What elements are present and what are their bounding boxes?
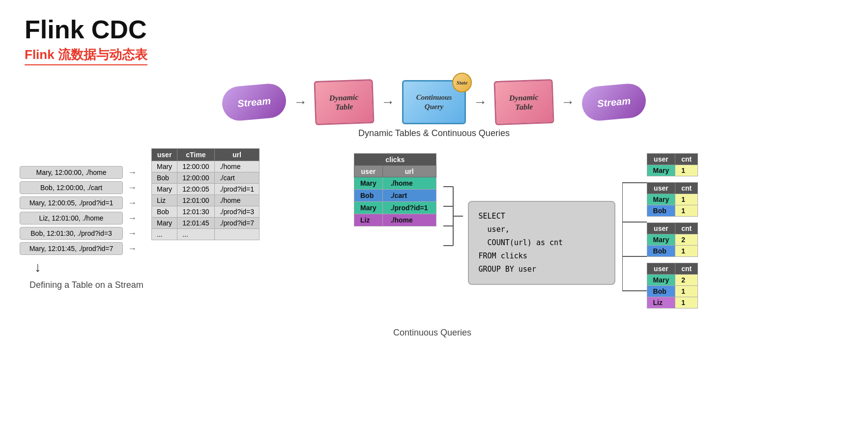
clicks-cell-url-1: ./home <box>382 177 436 190</box>
result4-cell-user-2: Bob <box>647 286 675 297</box>
table-row: Mary 12:00:00 ./home <box>152 161 260 172</box>
event-arrow-6: → <box>128 244 137 254</box>
event-box-2: Bob, 12:00:00, ./cart <box>20 181 123 194</box>
cell-url: ./prod?id=3 <box>214 206 259 218</box>
result3-header-cnt: cnt <box>675 223 698 234</box>
events-and-table: Mary, 12:00:00, ./home → Bob, 12:00:00, … <box>20 148 354 275</box>
clicks-table: clicks user url Mary ./home Bob ./cart <box>354 153 436 226</box>
subtitle: Flink 流数据与动态表 <box>25 46 147 65</box>
result4-header-user: user <box>647 263 675 275</box>
sql-line-1: SELECT <box>479 210 605 223</box>
event-arrow-3: → <box>128 198 137 208</box>
result3-cell-cnt-2: 1 <box>675 246 698 257</box>
result3-header-user: user <box>647 223 675 234</box>
result4-cell-cnt-1: 2 <box>675 275 698 286</box>
table-row: Bob 12:00:00 ./cart <box>152 172 260 184</box>
table-row: Liz 12:01:00 ./home <box>152 195 260 206</box>
stream-table-header-user: user <box>152 149 177 161</box>
event-row-3: Mary, 12:00:05, ./prod?id=1 → <box>20 196 137 209</box>
dynamic-table-shape-2: DynamicTable <box>493 79 554 125</box>
arrow-3: → <box>473 94 487 110</box>
stream-table-header-url: url <box>214 149 259 161</box>
down-arrow-indicator: ↓ <box>34 259 137 275</box>
stream-table-header-ctime: cTime <box>177 149 215 161</box>
event-row-4: Liz, 12:01:00, ./home → <box>20 212 137 224</box>
sql-line-4: FROM clicks <box>479 250 605 263</box>
clicks-title-cell: clicks <box>354 154 436 166</box>
stream-shape-1: Stream <box>221 82 288 122</box>
cell-ctime: 12:01:45 <box>177 218 215 229</box>
clicks-data-row-4: Liz ./home <box>354 214 436 226</box>
clicks-cell-user-2: Bob <box>354 190 383 202</box>
result2-row-2: Bob 1 <box>647 205 698 217</box>
result2-row-1: Mary 1 <box>647 194 698 205</box>
state-badge: State <box>452 73 472 92</box>
result2-header-user: user <box>647 183 675 194</box>
top-diagram-section: Stream → DynamicTable → State Continuous… <box>0 70 868 139</box>
event-box-4: Liz, 12:01:00, ./home <box>20 212 123 224</box>
cell-user: Mary <box>152 184 177 195</box>
event-row-2: Bob, 12:00:00, ./cart → <box>20 181 137 194</box>
clicks-data-row-1: Mary ./home <box>354 177 436 190</box>
table-row: ... ... <box>152 229 260 240</box>
cell-url <box>214 229 259 240</box>
clicks-cell-user-4: Liz <box>354 214 383 226</box>
results-section: user cnt Mary 1 user cnt <box>647 153 698 308</box>
cell-user: Bob <box>152 206 177 218</box>
clicks-data-row-3: Mary ./prod?id=1 <box>354 202 436 214</box>
clicks-col-url: url <box>382 166 436 177</box>
cell-user: Bob <box>152 172 177 184</box>
clicks-header-row: clicks <box>354 154 436 166</box>
middle-section: clicks user url Mary ./home Bob ./cart <box>354 153 647 320</box>
dynamic-table-label-2: DynamicTable <box>509 92 539 112</box>
cell-url: ./home <box>214 161 259 172</box>
result-block-2: user cnt Mary 1 Bob 1 <box>647 182 698 217</box>
result2-cell-user-2: Bob <box>647 205 675 217</box>
cell-ctime: 12:00:00 <box>177 161 215 172</box>
event-arrow-1: → <box>128 168 137 178</box>
cell-user: Mary <box>152 218 177 229</box>
left-caption-spacer <box>20 328 354 338</box>
stream-label-1: Stream <box>237 95 271 110</box>
cell-url: ./cart <box>214 172 259 184</box>
sql-line-3: COUNT(url) as cnt <box>479 236 605 250</box>
cell-user: ... <box>152 229 177 240</box>
bottom-section: Mary, 12:00:00, ./home → Bob, 12:00:00, … <box>0 139 868 325</box>
event-row-1: Mary, 12:00:00, ./home → <box>20 166 137 179</box>
continuous-query-label: ContinuousQuery <box>416 93 452 112</box>
result1-header-cnt: cnt <box>675 154 698 165</box>
cell-ctime: 12:01:30 <box>177 206 215 218</box>
cell-url: ./prod?id=7 <box>214 218 259 229</box>
result1-cell-cnt-1: 1 <box>675 165 698 176</box>
dynamic-table-label-1: DynamicTable <box>329 92 359 112</box>
arrow-4: → <box>561 94 575 110</box>
result-table-4: user cnt Mary 2 Bob 1 Liz 1 <box>647 263 698 308</box>
result4-cell-user-1: Mary <box>647 275 675 286</box>
clicks-cell-url-2: ./cart <box>382 190 436 202</box>
title-area: Flink CDC Flink 流数据与动态表 <box>0 0 868 70</box>
main-title: Flink CDC <box>25 15 843 44</box>
result3-cell-user-2: Bob <box>647 246 675 257</box>
bracket-svg-right <box>622 153 647 320</box>
stream-table-caption: Defining a Table on a Stream <box>29 280 354 290</box>
cell-user: Mary <box>152 161 177 172</box>
result3-cell-user-1: Mary <box>647 234 675 246</box>
event-arrow-5: → <box>128 228 137 239</box>
result4-row-3: Liz 1 <box>647 297 698 308</box>
result4-cell-cnt-3: 1 <box>675 297 698 308</box>
result3-cell-cnt-1: 2 <box>675 234 698 246</box>
clicks-subheader-row: user url <box>354 166 436 177</box>
clicks-cell-url-4: ./home <box>382 214 436 226</box>
table-row: Mary 12:01:45 ./prod?id=7 <box>152 218 260 229</box>
clicks-col-user: user <box>354 166 383 177</box>
event-arrow-2: → <box>128 183 137 193</box>
cell-ctime: 12:01:00 <box>177 195 215 206</box>
event-box-1: Mary, 12:00:00, ./home <box>20 166 123 179</box>
result-table-1: user cnt Mary 1 <box>647 153 698 176</box>
cell-url: ./home <box>214 195 259 206</box>
result3-row-2: Bob 1 <box>647 246 698 257</box>
cell-ctime: ... <box>177 229 215 240</box>
event-list: Mary, 12:00:00, ./home → Bob, 12:00:00, … <box>20 166 137 275</box>
clicks-table-container: clicks user url Mary ./home Bob ./cart <box>354 153 436 226</box>
result2-cell-user-1: Mary <box>647 194 675 205</box>
